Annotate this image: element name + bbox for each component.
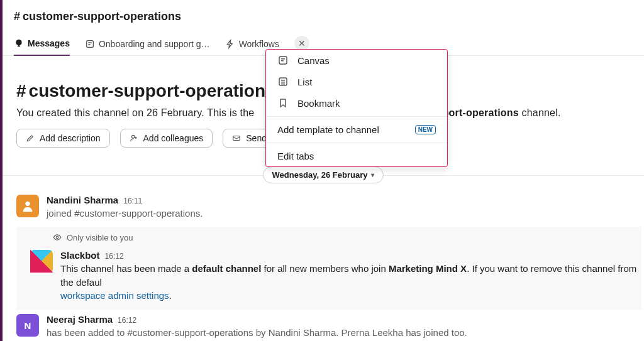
message-author[interactable]: Nandini Sharma <box>47 195 118 205</box>
message: Nandini Sharma 16:11 joined #customer-su… <box>16 191 641 224</box>
svg-point-7 <box>56 237 58 239</box>
message-text: This channel has been made a default cha… <box>60 262 639 303</box>
dropdown-label: Canvas <box>297 55 330 66</box>
dropdown-canvas[interactable]: Canvas <box>266 50 447 71</box>
tab-messages[interactable]: Messages <box>14 35 70 56</box>
system-block: Only visible to you Slackbot 16:12 This … <box>16 227 641 310</box>
button-label: Add colleagues <box>143 133 204 143</box>
avatar[interactable]: N <box>16 314 39 337</box>
list-icon <box>277 76 289 87</box>
message: N Neeraj Sharma 16:12 has been added to … <box>16 310 641 341</box>
bookmark-icon <box>277 97 289 109</box>
dropdown-label: List <box>297 77 312 87</box>
avatar[interactable] <box>16 195 39 217</box>
channel-name: customer-support-operations <box>23 10 181 23</box>
add-colleagues-button[interactable]: Add colleagues <box>120 129 213 148</box>
message-author[interactable]: Neeraj Sharma <box>47 314 113 325</box>
dropdown-bookmark[interactable]: Bookmark <box>266 92 447 114</box>
svg-point-0 <box>16 40 21 45</box>
button-label: Add description <box>40 133 101 143</box>
dropdown-divider <box>266 116 447 117</box>
message-text: joined #customer-support-operations. <box>47 207 641 220</box>
svg-rect-5 <box>233 136 240 141</box>
add-description-button[interactable]: Add description <box>16 129 110 148</box>
dropdown-label: Add template to channel <box>277 124 379 135</box>
message-time: 16:12 <box>105 252 124 261</box>
person-icon <box>21 199 35 213</box>
message-time: 16:12 <box>118 316 136 325</box>
dropdown-label: Edit tabs <box>277 151 314 161</box>
svg-point-6 <box>25 202 30 206</box>
avatar-slackbot[interactable] <box>30 250 53 273</box>
workflows-icon <box>225 39 235 49</box>
message-text: has been added to #customer-support-oper… <box>47 326 641 340</box>
dropdown-divider <box>266 143 447 143</box>
dropdown-add-template[interactable]: Add template to channel NEW <box>266 119 447 140</box>
tab-label: Onboarding and support g… <box>99 39 210 49</box>
admin-settings-link[interactable]: workspace admin settings <box>60 290 169 301</box>
tab-dropdown: Canvas List Bookmark Add template to cha… <box>265 49 448 167</box>
pencil-icon <box>26 134 35 143</box>
date-label: Wednesday, 26 February <box>272 170 368 180</box>
canvas-icon <box>85 39 95 49</box>
tab-onboarding[interactable]: Onboarding and support g… <box>85 35 210 55</box>
new-badge: NEW <box>415 125 436 134</box>
hash-icon: # <box>14 10 20 23</box>
message-list: Nandini Sharma 16:11 joined #customer-su… <box>3 191 644 341</box>
add-tab-button[interactable]: ✕ <box>294 36 309 51</box>
dropdown-label: Bookmark <box>297 98 340 109</box>
svg-point-4 <box>131 135 135 138</box>
channel-title[interactable]: # customer-support-operations <box>14 10 644 23</box>
message-author[interactable]: Slackbot <box>60 250 100 261</box>
message: Slackbot 16:12 This channel has been mad… <box>16 246 639 306</box>
eye-icon <box>53 233 62 242</box>
canvas-icon <box>277 55 289 66</box>
notice-text: Only visible to you <box>67 233 133 242</box>
person-add-icon <box>130 134 138 143</box>
welcome-channel-name: customer-support-operations <box>29 81 275 101</box>
tab-label: Messages <box>28 38 70 48</box>
hash-icon: # <box>16 81 26 101</box>
tab-label: Workflows <box>239 39 279 49</box>
date-divider: Wednesday, 26 February ▾ <box>3 166 644 183</box>
messages-icon <box>14 38 24 48</box>
mail-icon <box>232 134 241 143</box>
dropdown-list[interactable]: List <box>266 71 447 92</box>
message-time: 16:11 <box>123 197 142 205</box>
dropdown-edit-tabs[interactable]: Edit tabs <box>266 146 447 166</box>
avatar-letter: N <box>25 320 31 331</box>
visibility-notice: Only visible to you <box>16 230 639 246</box>
chevron-down-icon: ▾ <box>371 171 374 178</box>
date-pill[interactable]: Wednesday, 26 February ▾ <box>263 166 384 183</box>
